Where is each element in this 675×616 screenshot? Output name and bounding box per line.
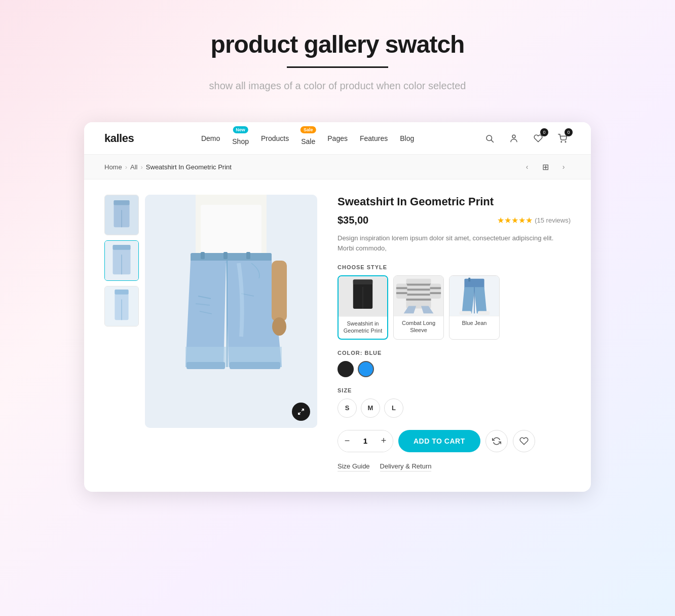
svg-rect-52 [464,279,484,289]
style-swatch-label-3: Blue Jean [449,316,499,327]
svg-rect-50 [430,292,441,294]
style-swatch-2[interactable]: Combat Long Sleeve [393,275,444,340]
svg-rect-33 [272,261,287,321]
size-l-button[interactable]: L [384,398,403,418]
star-rating: ★★★★★ [497,215,533,225]
svg-rect-23 [246,252,250,259]
store-window: kalles Demo New Shop Products Sale Sale … [84,122,591,492]
product-rating: ★★★★★ (15 reviews) [497,215,571,225]
svg-rect-46 [430,284,441,299]
svg-rect-40 [406,279,431,309]
account-icon-button[interactable] [506,130,522,147]
breadcrumb-nav: ‹ ⊞ › [520,160,571,174]
svg-rect-21 [201,252,205,259]
expand-image-button[interactable] [292,403,310,421]
breadcrumb-prev-button[interactable]: ‹ [520,160,534,174]
nav-label-blog: Blog [400,134,414,142]
review-count: (15 reviews) [535,216,571,224]
svg-rect-48 [396,292,407,294]
nav-item-products[interactable]: Products [261,134,289,142]
wishlist-count: 0 [540,128,548,136]
color-swatch-blue[interactable] [358,361,374,377]
breadcrumb-sep2: › [140,163,142,171]
search-icon-button[interactable] [481,130,498,147]
svg-rect-19 [201,205,261,256]
style-swatch-label-1: Sweatshirt in Geometric Print [339,317,387,335]
svg-point-2 [512,135,515,138]
svg-point-4 [565,141,566,142]
nav-label-shop: Shop [232,137,249,146]
product-pricing-row: $35,00 ★★★★★ (15 reviews) [338,214,571,226]
breadcrumb-current: Sweatshirt In Geometric Print [146,163,232,171]
quantity-increase-button[interactable]: + [374,430,393,452]
wishlist-button[interactable] [513,430,535,452]
nav-icons: 0 0 [481,130,571,147]
breadcrumb-sep1: › [125,163,127,171]
svg-rect-56 [478,311,490,315]
breadcrumb-next-button[interactable]: › [556,160,571,174]
product-footer-links: Size Guide Delivery & Return [338,462,571,472]
style-swatch-img-3 [449,276,499,316]
nav-item-sale[interactable]: Sale Sale [301,131,315,146]
nav-item-blog[interactable]: Blog [400,134,414,142]
thumbnail-1[interactable] [104,195,139,235]
size-section-label: SIZE [338,387,571,393]
thumbnail-3[interactable] [104,286,139,327]
breadcrumb-home[interactable]: Home [104,163,122,171]
svg-rect-31 [186,362,225,369]
product-title: Sweatshirt In Geometric Print [338,195,571,209]
nav-label-sale: Sale [301,137,315,146]
product-area: Sweatshirt In Geometric Print $35,00 ★★★… [84,179,591,492]
svg-rect-55 [460,311,472,315]
size-guide-link[interactable]: Size Guide [338,462,370,472]
nav-badge-sale: Sale [301,126,316,133]
product-info: Sweatshirt In Geometric Print $35,00 ★★★… [338,195,571,472]
hero-subtitle: show all images of a color of product wh… [209,80,466,92]
style-swatch-img-1 [339,276,387,317]
breadcrumb-all[interactable]: All [130,163,137,171]
nav-item-shop[interactable]: New Shop [232,131,249,146]
nav-item-features[interactable]: Features [360,134,388,142]
cart-icon-button[interactable]: 0 [554,130,571,147]
svg-rect-44 [406,299,431,301]
style-section-label: CHOOSE STYLE [338,264,571,270]
page-header: product gallery swatch show all images o… [209,20,466,102]
nav-item-demo[interactable]: Demo [201,134,220,142]
size-selector: S M L [338,398,571,418]
breadcrumb: Home › All › Sweatshirt In Geometric Pri… [104,163,232,171]
style-swatch-img-2 [394,276,443,316]
store-logo[interactable]: kalles [104,132,134,145]
style-swatch-1[interactable]: Sweatshirt in Geometric Print [338,275,388,340]
svg-rect-38 [353,280,372,285]
svg-rect-8 [114,200,129,205]
main-product-image [145,195,317,428]
quantity-control: − + [338,430,393,452]
color-swatch-black[interactable] [338,361,354,377]
style-swatch-label-2: Combat Long Sleeve [394,316,443,334]
hero-title: product gallery swatch [209,30,466,58]
thumbnail-2[interactable] [104,240,139,281]
svg-rect-12 [113,245,131,250]
style-swatch-3[interactable]: Blue Jean [449,275,500,340]
svg-rect-32 [230,362,280,369]
header-underline [287,66,388,68]
color-swatches [338,361,571,377]
quantity-decrease-button[interactable]: − [338,430,356,452]
svg-rect-54 [468,278,470,282]
nav-item-pages[interactable]: Pages [327,134,348,142]
nav-label-features: Features [360,134,388,142]
svg-rect-22 [223,252,228,259]
quantity-input[interactable] [356,437,374,445]
delivery-return-link[interactable]: Delivery & Return [380,462,432,472]
cart-row: − + ADD TO CART [338,430,571,452]
svg-rect-41 [406,284,431,286]
breadcrumb-grid-button[interactable]: ⊞ [538,160,552,174]
product-price: $35,00 [338,214,368,226]
size-m-button[interactable]: M [361,398,380,418]
size-s-button[interactable]: S [338,398,357,418]
add-to-cart-button[interactable]: ADD TO CART [398,430,480,452]
compare-button[interactable] [485,430,508,452]
wishlist-icon-button[interactable]: 0 [530,130,546,147]
thumbnail-list [104,195,139,472]
breadcrumb-bar: Home › All › Sweatshirt In Geometric Pri… [84,155,591,179]
